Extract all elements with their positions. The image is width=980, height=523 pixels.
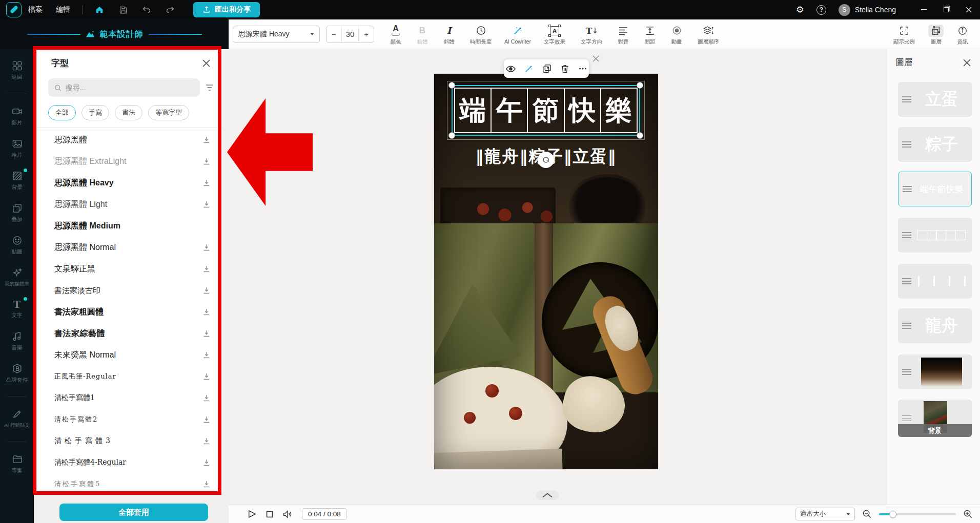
font-row[interactable]: 清松手寫體4-Regular <box>37 452 222 473</box>
sidebar-item-text[interactable]: T 文字 <box>0 299 34 319</box>
drag-handle-icon[interactable] <box>902 369 911 375</box>
help-icon[interactable]: ? <box>816 5 826 15</box>
download-icon[interactable] <box>203 201 210 208</box>
close-window-button[interactable] <box>957 0 980 19</box>
more-options-icon[interactable] <box>578 64 588 74</box>
display-ratio-button[interactable]: 顯示比例 <box>886 23 923 46</box>
drag-handle-icon[interactable] <box>903 186 912 192</box>
resize-handle-tr[interactable] <box>637 82 643 89</box>
delete-trash-icon[interactable] <box>560 64 570 74</box>
font-row[interactable]: 書法家淡古印 <box>37 280 222 301</box>
align-button[interactable]: 對齊 <box>610 23 637 46</box>
font-row[interactable]: 思源黑體 <box>37 129 222 151</box>
resize-handle-bl[interactable] <box>448 132 455 139</box>
filter-chip-handwriting[interactable]: 手寫 <box>81 105 109 120</box>
font-size-value[interactable]: 30 <box>341 26 359 43</box>
font-row[interactable]: 清松手寫體2 <box>37 409 222 430</box>
size-increase-button[interactable]: + <box>359 26 374 43</box>
font-row[interactable]: 正風毛筆-Regular <box>37 366 222 387</box>
layer-item-bars[interactable] <box>898 264 972 299</box>
download-icon[interactable] <box>203 136 210 143</box>
undo-icon[interactable] <box>138 3 155 16</box>
layer-item-lidan[interactable]: 立蛋 <box>898 82 972 117</box>
export-share-button[interactable]: 匯出和分享 <box>193 2 260 17</box>
zoom-fit-select[interactable]: 適當大小 <box>795 508 855 520</box>
app-logo-icon[interactable] <box>6 2 22 17</box>
avatar[interactable]: S <box>839 4 850 16</box>
close-layers-panel-icon[interactable] <box>963 59 971 67</box>
volume-button[interactable] <box>282 509 293 519</box>
layer-item-zongzi[interactable]: 粽子 <box>898 127 972 162</box>
menu-file[interactable]: 檔案 <box>22 5 49 14</box>
duration-button[interactable]: 時間長度 <box>462 23 499 46</box>
text-effects-button[interactable]: A 文字效果 <box>536 23 573 46</box>
duplicate-icon[interactable] <box>542 64 552 74</box>
drag-handle-icon[interactable] <box>902 415 911 422</box>
download-icon[interactable] <box>203 179 210 186</box>
drag-handle-icon[interactable] <box>902 96 911 102</box>
sidebar-item-photo[interactable]: 相片 <box>0 138 34 159</box>
settings-gear-icon[interactable]: ⚙ <box>796 4 804 15</box>
font-search-box[interactable] <box>48 78 200 97</box>
download-icon[interactable] <box>203 287 210 294</box>
dismiss-close-icon[interactable] <box>590 53 601 64</box>
sidebar-item-projects[interactable]: 專案 <box>0 454 34 474</box>
font-row[interactable]: 思源黑體 Light <box>37 194 222 215</box>
filter-chip-all[interactable]: 全部 <box>48 105 76 120</box>
layer-item-grid-boxes[interactable] <box>898 218 972 253</box>
font-row[interactable]: 書法家綜藝體 <box>37 323 222 344</box>
layer-item-gradient[interactable] <box>898 354 972 389</box>
font-row[interactable]: 文泉驛正黑 <box>37 258 222 280</box>
filter-icon[interactable] <box>205 83 214 92</box>
maximize-button[interactable] <box>935 0 957 19</box>
design-canvas[interactable]: 端 午 節 快 樂 ‖龍舟‖粽子‖立蛋‖ <box>434 74 658 469</box>
download-icon[interactable] <box>203 459 210 466</box>
font-row[interactable]: 思源黑體 Medium <box>37 215 222 237</box>
layer-item-longzhou[interactable]: 龍舟 <box>898 308 972 343</box>
sidebar-item-background[interactable]: 背景 <box>0 171 34 191</box>
rotate-handle[interactable] <box>538 152 554 168</box>
sidebar-item-overlay[interactable]: 疊加 <box>0 203 34 223</box>
sidebar-item-video[interactable]: 影片 <box>0 106 34 127</box>
font-row[interactable]: 清松手寫體5 <box>37 473 222 493</box>
italic-button[interactable]: I 斜體 <box>436 23 462 46</box>
save-icon[interactable] <box>114 3 132 16</box>
animation-button[interactable]: 動畫 <box>663 23 690 46</box>
sidebar-item-music[interactable]: 音樂 <box>0 331 34 351</box>
bold-button[interactable]: B 粗體 <box>409 23 436 46</box>
layer-order-button[interactable]: 圖層順序 <box>690 23 727 46</box>
size-decrease-button[interactable]: − <box>326 26 341 43</box>
download-icon[interactable] <box>203 308 210 316</box>
zoom-in-icon[interactable] <box>963 509 973 519</box>
redo-icon[interactable] <box>161 3 179 16</box>
layers-toggle-button[interactable]: 圖層 <box>923 23 949 46</box>
sidebar-item-sticker[interactable]: 貼圖 <box>0 235 34 256</box>
font-row[interactable]: 書法家粗圓體 <box>37 301 222 323</box>
resize-handle-br[interactable] <box>637 132 643 139</box>
resize-handle-tl[interactable] <box>448 82 455 89</box>
download-icon[interactable] <box>203 330 210 337</box>
close-font-panel-icon[interactable] <box>202 59 210 67</box>
zoom-slider-thumb[interactable] <box>889 511 896 518</box>
sidebar-item-media-library[interactable]: 我的媒體庫 <box>0 267 34 287</box>
apply-all-button[interactable]: 全部套用 <box>59 504 208 521</box>
download-icon[interactable] <box>203 351 210 359</box>
sidebar-item-brand-kit[interactable]: 品牌套件 <box>0 363 34 384</box>
font-row[interactable]: 清松手寫體1 <box>37 387 222 409</box>
info-button[interactable]: 資訊 <box>949 23 976 46</box>
scrollbar-thumb[interactable] <box>219 266 221 331</box>
home-icon[interactable] <box>91 3 108 16</box>
layer-item-background[interactable]: 背景 <box>898 400 972 437</box>
font-search-input[interactable] <box>66 83 194 92</box>
font-row[interactable]: 思源黑體 Normal <box>37 237 222 258</box>
drag-handle-icon[interactable] <box>902 278 911 284</box>
menu-edit[interactable]: 編輯 <box>49 5 77 14</box>
zoom-out-icon[interactable] <box>862 509 872 519</box>
filter-chip-calligraphy[interactable]: 書法 <box>115 105 142 120</box>
minimize-button[interactable] <box>912 0 935 19</box>
font-row[interactable]: 思源黑體 Heavy <box>37 172 222 194</box>
download-icon[interactable] <box>203 416 210 423</box>
font-row[interactable]: 思源黑體 ExtraLight <box>37 151 222 172</box>
download-icon[interactable] <box>203 244 210 251</box>
filter-chip-monospace[interactable]: 等寬字型 <box>148 105 189 120</box>
